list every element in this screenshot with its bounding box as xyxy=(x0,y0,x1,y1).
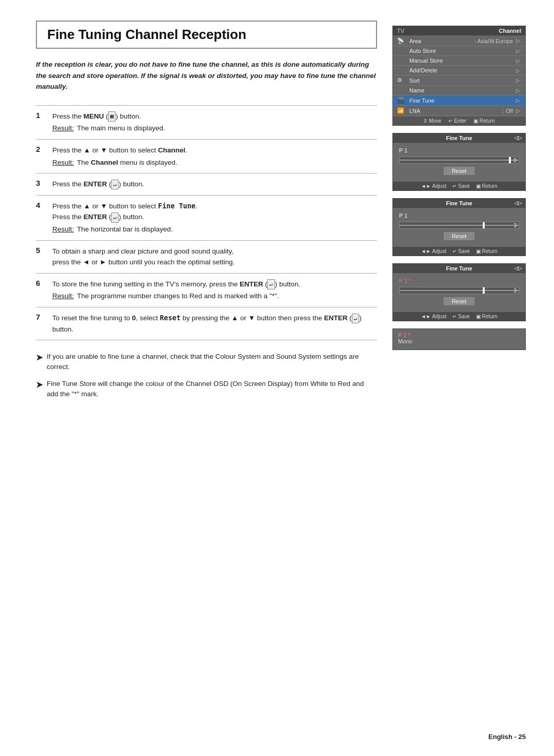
finetune-title-bar: Fine Tune ◁▷ xyxy=(393,133,525,143)
note-item: ➤ If you are unable to fine tune a chann… xyxy=(36,352,377,373)
result-text: The main menu is displayed. xyxy=(77,123,165,134)
finetune-screen-3: Fine Tune ◁▷ P 1 * 3 Reset ◄► Adjust ↵ S… xyxy=(392,263,526,321)
result-text: The horizontal bar is displayed. xyxy=(77,224,173,235)
finetune-thumb xyxy=(483,287,485,294)
reset-button[interactable]: Reset xyxy=(444,232,475,240)
step-content: Press the ENTER (↵) button. xyxy=(50,173,377,196)
note-text: If you are unable to fine tune a channel… xyxy=(47,352,377,373)
page-footer: English - 25 xyxy=(488,733,526,741)
step-number: 3 xyxy=(36,173,50,196)
step-row: 1 Press the MENU (▦) button. Result: The… xyxy=(36,105,377,139)
screen1-row: Add/Delete ▷ xyxy=(393,66,525,75)
step-content: To store the fine tuning setting in the … xyxy=(50,273,377,307)
result-label: Result: xyxy=(52,157,74,168)
screen1-row: 📶 LNA : Off ▷ xyxy=(393,106,525,116)
finetune-thumb xyxy=(483,222,485,228)
result-label: Result: xyxy=(52,224,74,235)
step-row: 6 To store the fine tuning setting in th… xyxy=(36,273,377,307)
step-row: 7 To reset the fine tuning to 0, select … xyxy=(36,307,377,340)
screen1-header-right: Channel xyxy=(499,28,521,34)
finetune-footer: ◄► Adjust ↵ Save ▣ Return xyxy=(393,312,525,321)
finetune-slider: 0 xyxy=(399,157,519,164)
channel-menu-screen: TV Channel 📡 Area : Asia/W.Europe ▷ Auto… xyxy=(392,26,526,126)
step-content: Press the MENU (▦) button. Result: The m… xyxy=(50,105,377,139)
note-arrow-icon: ➤ xyxy=(36,352,43,364)
finetune-title-bar: Fine Tune ◁▷ xyxy=(393,264,525,274)
screen1-header-left: TV xyxy=(397,28,404,34)
page-title: Fine Tuning Channel Reception xyxy=(47,27,246,42)
screen1-row: Auto Store ▷ xyxy=(393,46,525,56)
step-number: 6 xyxy=(36,273,50,307)
finetune-p-label: P 1 * xyxy=(399,278,519,284)
step-row: 2 Press the ▲ or ▼ button to select Chan… xyxy=(36,139,377,173)
result-text: The Channel menu is displayed. xyxy=(77,157,177,168)
reset-button[interactable]: Reset xyxy=(444,167,475,175)
step-number: 7 xyxy=(36,307,50,340)
step-row: 5 To obtain a sharp and clear picture an… xyxy=(36,240,377,273)
screen1-row: Name ▷ xyxy=(393,86,525,95)
left-content: Fine Tuning Channel Reception If the rec… xyxy=(36,21,392,725)
step-number: 5 xyxy=(36,240,50,273)
result-text: The programme number changes to Red and … xyxy=(77,290,279,302)
finetune-body: P 1 * 3 Reset xyxy=(393,274,525,312)
screen1-header: TV Channel xyxy=(393,26,525,36)
step-number: 1 xyxy=(36,105,50,139)
row-icon: 🎬 xyxy=(397,97,406,104)
note-item: ➤ Fine Tune Store will change the colour… xyxy=(36,379,377,400)
p1mono-sub: Mono xyxy=(398,338,520,344)
step-row: 4 Press the ▲ or ▼ button to select Fine… xyxy=(36,195,377,240)
finetune-body: P 1 0 Reset xyxy=(393,143,525,181)
result-label: Result: xyxy=(52,290,74,302)
p1mono-label: P 1 * xyxy=(398,332,520,338)
row-icon: 📡 xyxy=(397,37,406,44)
finetune-footer: ◄► Adjust ↵ Save ▣ Return xyxy=(393,246,525,256)
step-number: 4 xyxy=(36,195,50,240)
steps-table: 1 Press the MENU (▦) button. Result: The… xyxy=(36,105,377,340)
right-sidebar: TV Channel 📡 Area : Asia/W.Europe ▷ Auto… xyxy=(392,21,528,725)
screen1-row: ⚙ Sort ▷ xyxy=(393,75,525,86)
finetune-thumb xyxy=(509,157,511,163)
finetune-p-label: P 1 xyxy=(399,147,519,153)
finetune-slider: 3 xyxy=(399,287,519,294)
notes-section: ➤ If you are unable to fine tune a chann… xyxy=(36,352,377,399)
finetune-track xyxy=(400,160,519,161)
finetune-title-bar: Fine Tune ◁▷ xyxy=(393,199,525,208)
row-icon: 📶 xyxy=(397,107,406,114)
result-label: Result: xyxy=(52,123,74,134)
note-text: Fine Tune Store will change the colour o… xyxy=(47,379,377,400)
finetune-track xyxy=(400,225,519,226)
p1mono-screen: P 1 * Mono xyxy=(392,328,526,350)
row-icon: ⚙ xyxy=(397,77,406,84)
finetune-p-label: P 1 xyxy=(399,212,519,219)
finetune-slider: 3 xyxy=(399,222,519,229)
step-content: To obtain a sharp and clear picture and … xyxy=(50,240,377,273)
title-box: Fine Tuning Channel Reception xyxy=(36,21,377,49)
screen1-row: Manual Store ▷ xyxy=(393,56,525,66)
screen1-row: 📡 Area : Asia/W.Europe ▷ xyxy=(393,36,525,46)
step-row: 3 Press the ENTER (↵) button. xyxy=(36,173,377,196)
screen1-footer: ⇕ Move ↵ Enter ▣ Return xyxy=(393,116,525,125)
finetune-value: 3 xyxy=(513,223,517,228)
screen1-body: 📡 Area : Asia/W.Europe ▷ Auto Store ▷ Ma… xyxy=(393,36,525,116)
intro-paragraph: If the reception is clear, you do not ha… xyxy=(36,59,377,92)
screen1-row-highlighted: 🎬 Fine Tune ▷ xyxy=(393,95,525,106)
finetune-value: 0 xyxy=(513,158,517,163)
finetune-screen-2: Fine Tune ◁▷ P 1 3 Reset ◄► Adjust ↵ Sav… xyxy=(392,198,526,256)
reset-button[interactable]: Reset xyxy=(444,297,475,305)
finetune-value: 3 xyxy=(513,288,517,294)
step-number: 2 xyxy=(36,139,50,173)
finetune-screen-1: Fine Tune ◁▷ P 1 0 Reset ◄► Adjust ↵ Sav… xyxy=(392,133,526,191)
step-content: To reset the fine tuning to 0, select Re… xyxy=(50,307,377,340)
finetune-body: P 1 3 Reset xyxy=(393,208,525,246)
finetune-footer: ◄► Adjust ↵ Save ▣ Return xyxy=(393,181,525,190)
step-content: Press the ▲ or ▼ button to select Fine T… xyxy=(50,195,377,240)
finetune-track xyxy=(400,290,519,291)
step-content: Press the ▲ or ▼ button to select Channe… xyxy=(50,139,377,173)
note-arrow-icon: ➤ xyxy=(36,379,43,391)
